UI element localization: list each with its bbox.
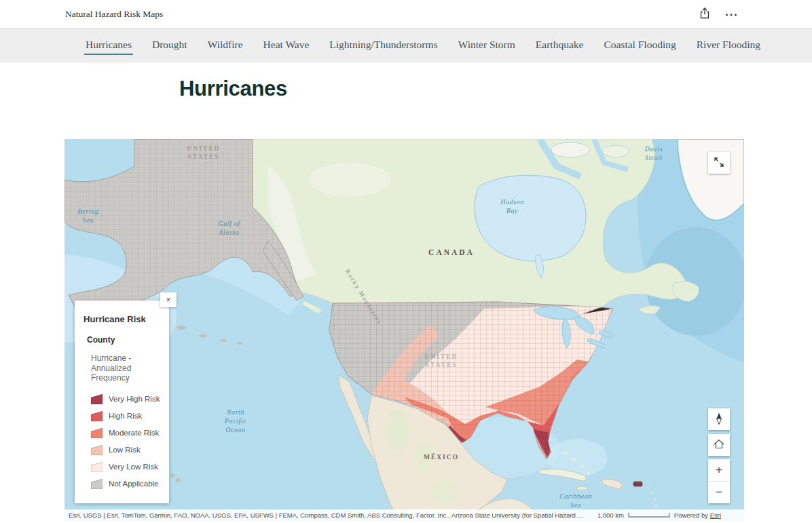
powered-by: Powered by Esri (674, 511, 721, 519)
attribution-bar: Esri, USGS | Esri, TomTom, Garmin, FAO, … (64, 509, 744, 521)
attribution-right: 1,000 km Powered by Esri (597, 511, 744, 519)
map-canvas[interactable]: UNITEDSTATES CANADA UNITEDSTATES MÉXICO … (64, 139, 744, 521)
legend-swatch (91, 411, 103, 421)
page-title: Natural Hazard Risk Maps (65, 9, 163, 20)
tab-heat-wave[interactable]: Heat Wave (262, 36, 311, 55)
legend-item: Moderate Risk (91, 425, 164, 442)
tab-drought[interactable]: Drought (151, 36, 189, 55)
tab-winter-storm[interactable]: Winter Storm (457, 36, 517, 55)
header-actions (698, 6, 739, 22)
legend-item: Very High Risk (91, 391, 164, 408)
share-icon (699, 7, 710, 21)
esri-link[interactable]: Esri (710, 511, 721, 519)
scale-text: 1,000 km (597, 511, 624, 519)
hazard-tab-bar: Hurricanes Drought Wildfire Heat Wave Li… (0, 28, 812, 62)
more-button[interactable] (724, 7, 739, 20)
tab-wildfire[interactable]: Wildfire (206, 36, 244, 55)
attribution-sources: Esri, USGS | Esri, TomTom, Garmin, FAO, … (64, 511, 597, 519)
legend-swatch (91, 479, 103, 489)
legend-swatch (91, 428, 103, 438)
legend-item: Very Low Risk (91, 459, 164, 476)
page-heading: Hurricanes (179, 76, 812, 102)
tab-earthquake[interactable]: Earthquake (534, 36, 585, 55)
legend-field-name: Hurricane - Annualized Frequency (91, 353, 164, 383)
compass-icon (715, 412, 723, 427)
legend-item: High Risk (91, 408, 164, 425)
legend-item: Low Risk (91, 442, 164, 459)
legend-title: Hurricane Risk (84, 314, 164, 324)
tab-hurricanes[interactable]: Hurricanes (84, 36, 133, 55)
legend-items: Very High Risk High Risk Moderate Risk L… (91, 391, 164, 492)
expand-icon (714, 157, 724, 169)
legend-panel: Hurricane Risk County Hurricane - Annual… (75, 301, 169, 503)
share-button[interactable] (698, 6, 712, 22)
legend-item: Not Applicable (91, 476, 164, 492)
compass-button[interactable] (708, 408, 730, 430)
home-button[interactable] (708, 434, 730, 456)
expand-button[interactable] (708, 152, 730, 174)
tab-river-flooding[interactable]: River Flooding (695, 36, 762, 55)
zoom-in-button[interactable]: + (708, 459, 730, 481)
app-header: Natural Hazard Risk Maps (0, 0, 812, 28)
legend-swatch (91, 462, 103, 472)
tab-coastal-flooding[interactable]: Coastal Flooding (602, 36, 677, 55)
zoom-widget: + − (708, 459, 730, 503)
scale-bar (628, 511, 670, 519)
tab-lightning[interactable]: Lightning/Thunderstorms (328, 36, 439, 55)
close-icon: × (166, 295, 170, 305)
legend-layer-name: County (87, 335, 164, 345)
legend-swatch (91, 394, 103, 404)
legend-swatch (91, 445, 103, 455)
home-icon (714, 439, 724, 451)
legend-close-button[interactable]: × (160, 292, 177, 307)
ellipsis-icon (725, 9, 737, 19)
zoom-out-button[interactable]: − (708, 482, 730, 503)
